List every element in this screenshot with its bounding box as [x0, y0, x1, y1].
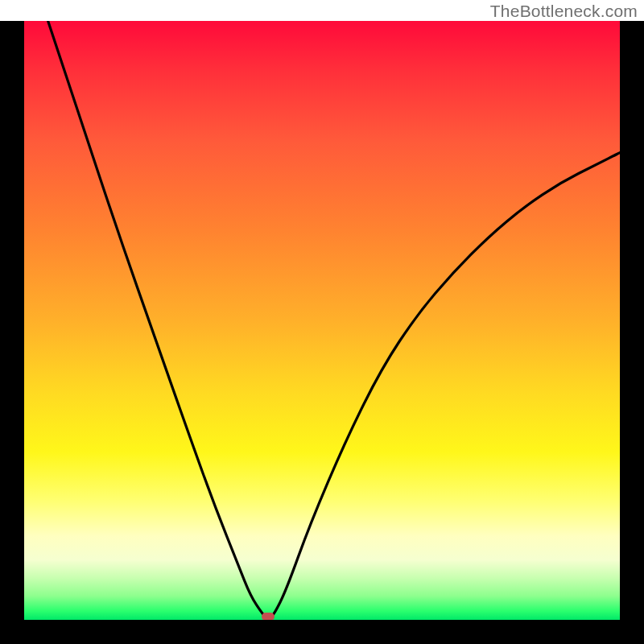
plot-frame: [0, 21, 644, 644]
chart-root: TheBottleneck.com: [0, 0, 644, 644]
optimum-marker: [262, 613, 275, 620]
plot-area: [24, 21, 620, 620]
bottleneck-curve: [24, 21, 620, 620]
attribution-text: TheBottleneck.com: [490, 2, 638, 21]
curve-path: [48, 21, 620, 618]
